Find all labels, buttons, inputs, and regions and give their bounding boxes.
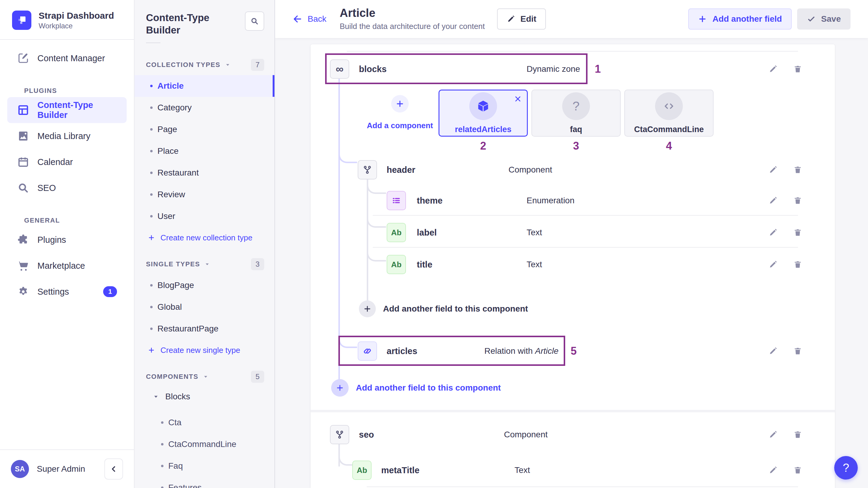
bullet	[150, 306, 153, 308]
delete-field-button[interactable]	[793, 260, 802, 269]
components-header[interactable]: COMPONENTS 5	[134, 371, 275, 383]
collection-type-place[interactable]: Place	[134, 140, 275, 162]
sidebar-item-settings[interactable]: Settings 1	[7, 279, 127, 305]
add-field-to-component-button[interactable]: Add another field to this component	[328, 379, 818, 397]
delete-field-button[interactable]	[793, 466, 802, 475]
field-row-title[interactable]: Ab title Text	[328, 250, 818, 279]
field-row-blocks[interactable]: 1 ∞ blocks Dynamic zone	[328, 56, 818, 82]
edit-field-button[interactable]	[769, 430, 777, 439]
triangle-down-icon	[153, 393, 159, 400]
sidebar-item-calendar[interactable]: Calendar	[7, 149, 127, 175]
field-row-theme[interactable]: theme Enumeration	[328, 186, 818, 215]
delete-field-button[interactable]	[793, 65, 802, 73]
add-another-field-button[interactable]: Add another field	[688, 8, 792, 30]
field-row-seo[interactable]: seo Component	[328, 423, 818, 447]
sidebar-item-media-library[interactable]: Media Library	[7, 123, 127, 149]
edit-field-button[interactable]	[769, 196, 777, 205]
check-icon	[807, 14, 816, 24]
add-field-to-header-component-button[interactable]: Add another field to this component	[328, 300, 818, 317]
component-card-faq[interactable]: ? faq	[531, 90, 621, 136]
single-type-global[interactable]: Global	[134, 296, 275, 318]
delete-field-button[interactable]	[793, 196, 802, 205]
sidebar-item-content-type-builder[interactable]: Content-Type Builder	[7, 97, 127, 123]
create-new-single-type-link[interactable]: Create new single type	[134, 340, 275, 355]
image-icon	[17, 130, 30, 142]
bullet	[150, 328, 153, 330]
main-content: Back Article Build the data architecture…	[275, 0, 868, 488]
bullet	[150, 193, 153, 196]
collapse-sidebar-button[interactable]	[104, 458, 123, 480]
puzzle-icon	[17, 234, 30, 246]
edit-field-button[interactable]	[769, 65, 777, 73]
collection-type-restaurant[interactable]: Restaurant	[134, 162, 275, 184]
add-component-button[interactable]: Add a component	[365, 90, 435, 130]
create-new-collection-type-link[interactable]: Create new collection type	[134, 227, 275, 243]
edit-field-button[interactable]	[769, 466, 777, 475]
component-card-relatedarticles[interactable]: relatedArticles	[438, 90, 528, 136]
delete-field-button[interactable]	[793, 430, 802, 439]
edit-field-button[interactable]	[769, 260, 777, 269]
divider	[373, 215, 798, 216]
settings-notification-badge: 1	[103, 286, 117, 297]
relation-target: Article	[535, 346, 559, 356]
save-button[interactable]: Save	[797, 8, 850, 30]
subnav-title: Content-Type Builder	[146, 11, 237, 36]
sidebar-item-label: Content-Type Builder	[37, 100, 117, 120]
edit-field-button[interactable]	[769, 165, 777, 174]
component-card-ctacommandline[interactable]: CtaCommandLine	[624, 90, 714, 136]
delete-field-button[interactable]	[793, 165, 802, 174]
help-button[interactable]: ?	[834, 456, 858, 480]
delete-field-button[interactable]	[793, 228, 802, 237]
delete-field-button[interactable]	[793, 346, 802, 356]
single-type-blogpage[interactable]: BlogPage	[134, 274, 275, 296]
sidebar-item-marketplace[interactable]: Marketplace	[7, 253, 127, 279]
bullet	[150, 150, 153, 152]
field-row-label[interactable]: Ab label Text	[328, 218, 818, 247]
field-row-metatitle[interactable]: Ab metaTitle Text	[328, 456, 818, 485]
app-title: Strapi Dashboard	[39, 10, 114, 21]
field-row-header[interactable]: header Component	[328, 158, 818, 181]
cube-icon	[469, 92, 497, 120]
divider	[367, 487, 798, 487]
search-button[interactable]	[245, 11, 264, 31]
avatar[interactable]: SA	[11, 460, 29, 478]
single-types-header[interactable]: SINGLE TYPES 3	[134, 258, 275, 270]
components-count: 5	[251, 371, 264, 383]
annotation-number-1: 1	[595, 63, 601, 75]
component-faq[interactable]: Faq	[134, 455, 275, 477]
component-ctacommandline[interactable]: CtaCommandLine	[134, 433, 275, 455]
components-category-blocks[interactable]: Blocks	[134, 386, 275, 407]
collection-types-count: 7	[251, 59, 264, 71]
edit-field-button[interactable]	[769, 346, 777, 356]
main-sidebar: Strapi Dashboard Workplace Content Manag…	[0, 0, 134, 488]
user-name: Super Admin	[37, 464, 85, 474]
edit-field-button[interactable]	[769, 228, 777, 237]
field-row-articles[interactable]: 5 articles Relation with Article	[328, 337, 818, 365]
component-cta[interactable]: Cta	[134, 412, 275, 433]
single-type-restaurantpage[interactable]: RestaurantPage	[134, 318, 275, 340]
strapi-logo-icon	[12, 10, 31, 30]
collection-type-category[interactable]: Category	[134, 97, 275, 119]
sidebar-item-plugins[interactable]: Plugins	[7, 227, 127, 253]
collection-type-article[interactable]: Article	[134, 75, 275, 97]
plugins-section-header: PLUGINS	[7, 71, 127, 97]
collection-type-review[interactable]: Review	[134, 184, 275, 205]
page-subtitle: Build the data architecture of your cont…	[340, 22, 485, 31]
collection-types-header[interactable]: COLLECTION TYPES 7	[134, 59, 275, 71]
sidebar-item-content-manager[interactable]: Content Manager	[7, 45, 127, 71]
close-icon[interactable]	[514, 95, 522, 103]
plus-icon	[391, 95, 409, 113]
back-link[interactable]: Back	[292, 14, 326, 24]
collection-type-page[interactable]: Page	[134, 119, 275, 140]
collection-type-user[interactable]: User	[134, 205, 275, 227]
sidebar-item-seo[interactable]: SEO	[7, 175, 127, 201]
text-field-icon: Ab	[386, 255, 406, 274]
sidebar-item-label: Settings	[37, 287, 69, 297]
divider	[373, 247, 798, 248]
component-features[interactable]: Features	[134, 477, 275, 488]
bullet	[150, 128, 153, 131]
section-divider	[311, 410, 835, 412]
edit-button[interactable]: Edit	[497, 8, 546, 30]
dynamic-zone-components: Add a component relatedArticles 2 ?	[328, 82, 818, 152]
text-field-icon: Ab	[386, 223, 406, 242]
